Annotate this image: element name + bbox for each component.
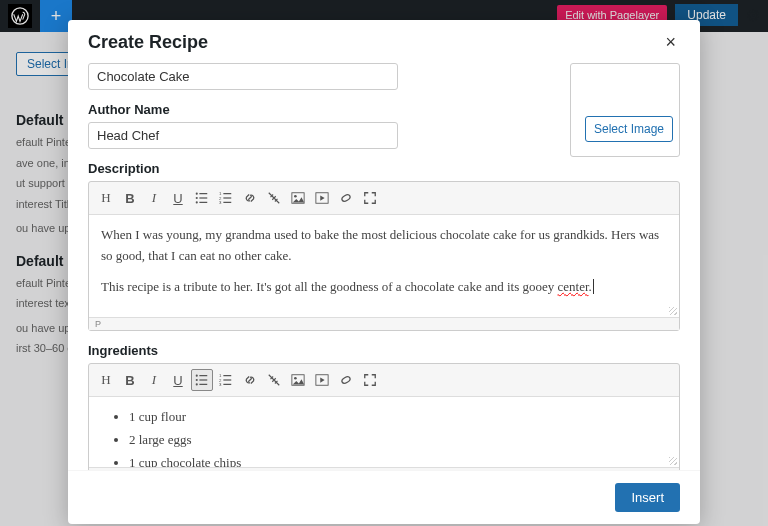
- select-image-button[interactable]: Select Image: [585, 116, 673, 142]
- italic-icon[interactable]: I: [143, 369, 165, 391]
- description-paragraph: This recipe is a tribute to her. It's go…: [101, 277, 667, 298]
- svg-rect-12: [223, 202, 231, 203]
- modal-overlay: Create Recipe × Author Name Select Image: [0, 0, 768, 526]
- image-icon[interactable]: [287, 369, 309, 391]
- svg-text:3: 3: [219, 200, 222, 205]
- svg-point-30: [294, 377, 297, 380]
- close-button[interactable]: ×: [661, 32, 680, 53]
- fullscreen-icon[interactable]: [359, 187, 381, 209]
- ingredients-label: Ingredients: [88, 343, 680, 358]
- svg-rect-8: [223, 193, 231, 194]
- bold-icon[interactable]: B: [119, 369, 141, 391]
- svg-point-3: [196, 197, 198, 199]
- unlink-icon[interactable]: [263, 369, 285, 391]
- italic-icon[interactable]: I: [143, 187, 165, 209]
- underline-icon[interactable]: U: [167, 187, 189, 209]
- ingredients-content[interactable]: 1 cup flour 2 large eggs 1 cup chocolate…: [89, 397, 679, 467]
- svg-rect-18: [199, 375, 207, 376]
- ingredient-item: 2 large eggs: [129, 430, 667, 451]
- resize-handle-icon[interactable]: [669, 457, 677, 465]
- description-content[interactable]: When I was young, my grandma used to bak…: [89, 215, 679, 317]
- unlink-icon[interactable]: [263, 187, 285, 209]
- description-toolbar: H B I U 123: [89, 182, 679, 215]
- description-editor: H B I U 123 When I was youn: [88, 181, 680, 331]
- video-icon[interactable]: [311, 369, 333, 391]
- description-status-path: P: [89, 317, 679, 330]
- svg-point-14: [294, 195, 297, 198]
- ingredients-toolbar: H B I U 123: [89, 364, 679, 397]
- attachment-icon[interactable]: [335, 187, 357, 209]
- numbered-list-icon[interactable]: 123: [215, 187, 237, 209]
- bold-icon[interactable]: B: [119, 187, 141, 209]
- fullscreen-icon[interactable]: [359, 369, 381, 391]
- svg-rect-6: [199, 202, 207, 203]
- link-icon[interactable]: [239, 369, 261, 391]
- modal-title: Create Recipe: [88, 32, 208, 53]
- ingredient-item: 1 cup chocolate chips: [129, 453, 667, 467]
- video-icon[interactable]: [311, 187, 333, 209]
- svg-point-1: [196, 193, 198, 195]
- recipe-name-input[interactable]: [88, 63, 398, 90]
- svg-rect-4: [199, 197, 207, 198]
- svg-rect-22: [199, 384, 207, 385]
- attachment-icon[interactable]: [335, 369, 357, 391]
- ingredients-status-path: UL » LI: [89, 467, 679, 470]
- image-placeholder-box: Select Image: [570, 63, 680, 157]
- svg-point-21: [196, 384, 198, 386]
- svg-rect-26: [223, 380, 231, 381]
- svg-point-16: [341, 194, 351, 203]
- svg-rect-10: [223, 197, 231, 198]
- heading-icon[interactable]: H: [95, 187, 117, 209]
- svg-point-32: [341, 376, 351, 385]
- insert-button[interactable]: Insert: [615, 483, 680, 512]
- description-paragraph: When I was young, my grandma used to bak…: [101, 225, 667, 267]
- description-label: Description: [88, 161, 680, 176]
- modal-body: Author Name Select Image Description H B…: [68, 63, 700, 470]
- svg-text:3: 3: [219, 383, 222, 388]
- link-icon[interactable]: [239, 187, 261, 209]
- bullet-list-icon[interactable]: [191, 369, 213, 391]
- image-icon[interactable]: [287, 187, 309, 209]
- bullet-list-icon[interactable]: [191, 187, 213, 209]
- svg-point-5: [196, 201, 198, 203]
- create-recipe-modal: Create Recipe × Author Name Select Image: [68, 20, 700, 524]
- underline-icon[interactable]: U: [167, 369, 189, 391]
- svg-rect-20: [199, 380, 207, 381]
- author-name-input[interactable]: [88, 122, 398, 149]
- resize-handle-icon[interactable]: [669, 307, 677, 315]
- heading-icon[interactable]: H: [95, 369, 117, 391]
- svg-rect-2: [199, 193, 207, 194]
- ingredient-item: 1 cup flour: [129, 407, 667, 428]
- svg-rect-28: [223, 384, 231, 385]
- svg-point-17: [196, 375, 198, 377]
- numbered-list-icon[interactable]: 123: [215, 369, 237, 391]
- svg-rect-24: [223, 375, 231, 376]
- svg-point-19: [196, 379, 198, 381]
- author-name-label: Author Name: [88, 102, 398, 117]
- ingredients-editor: H B I U 123: [88, 363, 680, 470]
